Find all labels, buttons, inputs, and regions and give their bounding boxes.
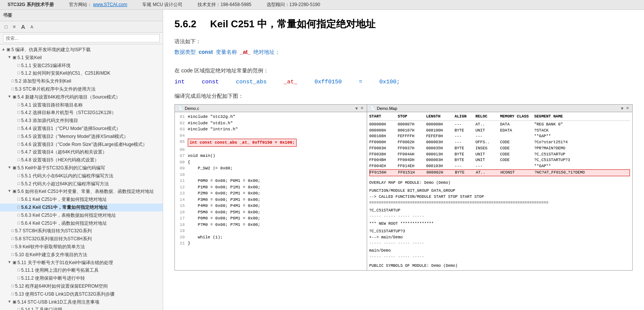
sidebar-item-31[interactable]: □ 5.13 使用STC-USB Link1D仿真STC32G系列步骤 — [0, 290, 163, 298]
sidebar-item-16[interactable]: □ 5.5.1 代码大小在64K以内的汇编程序编写方法 — [0, 172, 163, 180]
sidebar-btn-box[interactable]: □ — [3, 23, 9, 30]
sidebar-item-8[interactable]: □ 5.4.2 选择目标单片机型号（STC32G12K128） — [0, 109, 163, 117]
map-header-col-0: START — [369, 114, 398, 120]
map-cell-6-6: ?C_C51STARTUP?3 — [534, 157, 603, 163]
code-line-0: 01#include "stc32g.h" — [176, 114, 365, 120]
sidebar-btn-font-large[interactable]: A — [19, 23, 27, 31]
map-cell-0-1: 000007H — [398, 122, 426, 128]
tree-icon-18: ▣ — [13, 188, 16, 194]
map-header-col-4: RELOC — [476, 114, 500, 120]
tree-icon-4: □ — [11, 78, 14, 84]
map-close-icon[interactable]: ✕ — [626, 106, 629, 111]
search-input[interactable] — [3, 34, 160, 42]
sidebar-item-19[interactable]: □ 5.6.1 Keil C251中，变量如何指定绝对地址 — [0, 196, 163, 204]
line-num-20: 21 — [176, 240, 185, 247]
tree-label-2: 5.1.1 安装C251编译环境 — [21, 63, 161, 69]
line-num-0: 01 — [176, 114, 185, 120]
demo-c-titlebar: 📄 Demo.c ▼ ✕ — [175, 105, 367, 112]
company-label: 车规 MCU 设计公司 — [142, 2, 182, 8]
close-icon[interactable]: ✕ — [360, 106, 364, 111]
tree-icon-11: □ — [17, 133, 20, 139]
collapse-icon-15[interactable]: ▼ — [8, 165, 11, 170]
sidebar-item-10[interactable]: □ 5.4.4 设置项目1（"CPU Mode"选择Source模式） — [0, 125, 163, 133]
code-line-18: 19 — [176, 228, 365, 234]
tree-label-31: 5.13 使用STC-USB Link1D仿真STC32G系列步骤 — [15, 291, 161, 297]
sidebar-item-18[interactable]: ▼▣ 5.6 如何在Keil C251中对变量、常量、表格数据、函数指定绝对地址 — [0, 188, 163, 196]
collapse-icon-32[interactable]: ▼ — [8, 299, 11, 304]
map-cell-7-5 — [500, 163, 534, 169]
line-num-19: 20 — [176, 234, 185, 241]
syntax-line: 数据类型 const 变量名称 _at_ 绝对地址； — [174, 49, 633, 56]
sidebar-item-27[interactable]: ▼▣ 5.11 关于中断号大于31在Keil中编译出错的处理 — [0, 259, 163, 267]
tree-icon-12: □ — [17, 141, 20, 147]
map-cell-6-3: BYTE — [455, 157, 476, 163]
line-num-11: 12 — [176, 184, 185, 191]
sidebar-item-4[interactable]: □ 5.2 添加型号和头文件到Keil — [0, 77, 163, 85]
sidebar-btn-font-small[interactable]: A — [29, 24, 35, 30]
tree-label-9: 5.4.3 添加源代码文件到项目 — [21, 117, 161, 124]
tree-icon-24: □ — [11, 236, 14, 241]
sidebar-item-9[interactable]: □ 5.4.3 添加源代码文件到项目 — [0, 117, 163, 125]
sidebar-item-20[interactable]: □ 5.6.2 Keil C251中，常量如何指定绝对地址 — [0, 204, 163, 211]
collapse-icon-18[interactable]: ▼ — [8, 188, 11, 194]
code-line-19: 20 while (1); — [176, 234, 365, 241]
sidebar-item-15[interactable]: ▼▣ 5.5 Keil中基于STC32G系列的汇编代码编写 — [0, 164, 163, 172]
tree-icon-13: □ — [17, 149, 20, 155]
map-cell-4-1: FF0037H — [398, 146, 426, 152]
sidebar-item-13[interactable]: □ 5.4.7 设置项目4（超64K代码的相关设置） — [0, 148, 163, 156]
sidebar-item-14[interactable]: □ 5.4.8 设置项目5（HEX代码格式设置） — [0, 156, 163, 164]
sidebar-item-12[interactable]: □ 5.4.6 设置项目3（"Code Rom Size"选择Large或者Hu… — [0, 141, 163, 149]
collapse-icon-1[interactable]: ▼ — [8, 55, 11, 60]
sidebar-item-5[interactable]: □ 5.3 STC单片机程序中头文件的使用方法 — [0, 85, 163, 93]
line-num-9: 10 — [176, 172, 185, 178]
sidebar-item-1[interactable]: ▼▣ 5.1 安装Keil — [0, 54, 163, 62]
function-divider: ========================================… — [369, 200, 630, 206]
line-text-4: int const const_abs _at_ 0xff0150 = 0x10… — [188, 139, 297, 147]
line-num-14: 15 — [176, 203, 185, 209]
sidebar-item-25[interactable]: □ 5.9 Keil软件中获取帮助的简单方法 — [0, 243, 163, 251]
sidebar-item-23[interactable]: □ 5.7 STC8H系列项目转为STC32G系列 — [0, 227, 163, 235]
sidebar-item-26[interactable]: □ 5.10 在Keil中建立多文件项目的方法 — [0, 251, 163, 259]
sidebar-item-33[interactable]: □ 5.14.1 工具接口说明 — [0, 306, 163, 310]
overlay-label: OVERLAY MAP OF MODULE: Demo (Demo) — [369, 180, 630, 186]
map-cell-2-3: --- — [455, 133, 476, 139]
map-cell-2-1: FEFFFFH — [398, 133, 426, 139]
map-cell-6-0: FF004BH — [369, 157, 398, 163]
sidebar: 书签 □ ≡ A A ▲▣ 5 编译、仿真开发环境的建立与ISP下载▼▣ 5.1… — [0, 10, 163, 310]
sidebar-item-30[interactable]: □ 5.12 程序超64K时如何设置保留EEPROM空间 — [0, 282, 163, 290]
sidebar-item-32[interactable]: ▼▣ 5.14 STC-USB Link1D工具使用注意事项 — [0, 298, 163, 306]
sidebar-tree: ▲▣ 5 编译、仿真开发环境的建立与ISP下载▼▣ 5.1 安装Keil□ 5.… — [0, 44, 163, 310]
map-header-col-6: SEGMENT NAME — [534, 114, 603, 120]
line-num-10: 11 — [176, 178, 185, 184]
sidebar-item-7[interactable]: □ 5.4.1 设置项目路径和项目名称 — [0, 101, 163, 109]
website-link[interactable]: www.STCAI.com — [93, 2, 127, 7]
map-cell-8-4: AT.. — [476, 170, 501, 176]
tree-icon-22: □ — [17, 220, 20, 226]
sidebar-item-29[interactable]: □ 5.11.2 使用保留中断号进行中转 — [0, 274, 163, 282]
sidebar-item-24[interactable]: □ 5.8 STC32G系列项目转为STC8H系列 — [0, 235, 163, 243]
tree-label-5: 5.3 STC单片机程序中头文件的使用方法 — [15, 86, 161, 92]
tree-icon-9: □ — [17, 117, 20, 123]
map-cell-2-4: --- — [476, 133, 500, 139]
sidebar-btn-list[interactable]: ≡ — [11, 23, 17, 30]
demo-map-title: Demo.Map — [377, 106, 397, 111]
map-pin-icon[interactable]: ▼ — [620, 106, 624, 111]
sidebar-item-17[interactable]: □ 5.5.2 代码大小超过64K的汇编程序编写方法 — [0, 180, 163, 188]
sidebar-item-3[interactable]: □ 5.1.2 如何同时安装Keil的C51、C251和MDK — [0, 69, 163, 77]
collapse-icon-0[interactable]: ▲ — [2, 47, 5, 52]
map-row-0: 000000H000007H000008H---AT..DATA"REG BAN… — [369, 122, 630, 128]
line-text-8: P_SW2 |= 0x80; — [188, 165, 233, 172]
sidebar-item-0[interactable]: ▲▣ 5 编译、仿真开发环境的建立与ISP下载 — [0, 46, 163, 54]
collapse-icon-6[interactable]: ▼ — [8, 94, 11, 99]
sidebar-item-22[interactable]: □ 5.6.4 Keil C251中，函数如何指定绝对地址 — [0, 219, 163, 227]
pin-icon[interactable]: ▼ — [355, 106, 359, 111]
sidebar-item-28[interactable]: □ 5.11.1 使用网上流行的中断号拓展工具 — [0, 266, 163, 274]
sidebar-item-11[interactable]: □ 5.4.5 设置项目2（"Memory Model"选择XSmall模式） — [0, 133, 163, 141]
map-cell-8-1: FF0151H — [398, 170, 427, 176]
map-cell-7-1: FF014EH — [398, 163, 426, 169]
collapse-icon-27[interactable]: ▼ — [8, 260, 11, 265]
map-cell-4-2: 000035H — [426, 146, 455, 152]
sidebar-item-2[interactable]: □ 5.1.1 安装C251编译环境 — [0, 62, 163, 70]
sidebar-item-21[interactable]: □ 5.6.3 Keil C251中，表格数据如何指定绝对地址 — [0, 211, 163, 219]
sidebar-item-6[interactable]: ▼▣ 5.4 新建与设置64K程序代码的项目（Source模式） — [0, 93, 163, 101]
